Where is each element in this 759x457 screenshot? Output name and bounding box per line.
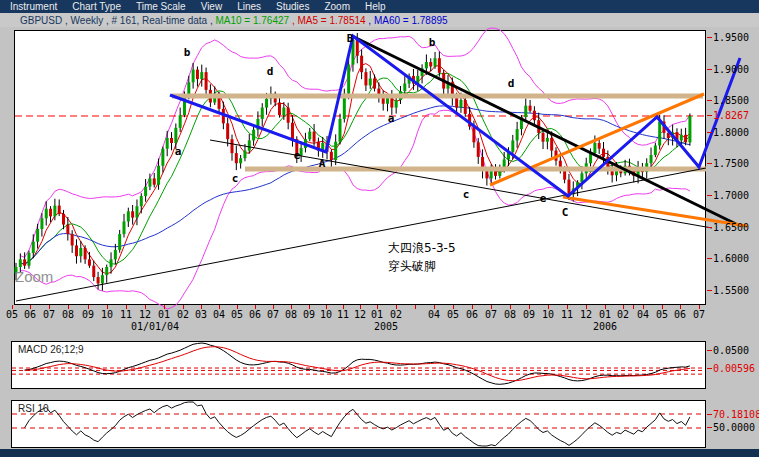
rsi-value-label: 70.18108 xyxy=(713,410,759,420)
price-tick xyxy=(707,115,712,116)
menu-item-zoom[interactable]: Zoom xyxy=(324,1,350,13)
price-label-1.6500: 1.6500 xyxy=(713,223,749,233)
month-label: 04 xyxy=(213,310,225,320)
zoom-watermark: Zoom xyxy=(15,268,53,285)
price-tick xyxy=(707,227,712,228)
month-label: 11 xyxy=(120,310,132,320)
price-label-1.8267: 1.8267 xyxy=(713,111,749,121)
month-label: 09 xyxy=(523,310,535,320)
month-label: 02 xyxy=(177,310,189,320)
time-tick xyxy=(633,305,634,309)
month-label: 04 xyxy=(428,310,440,320)
wave-label-A: A xyxy=(319,157,326,170)
menu-item-view[interactable]: View xyxy=(201,1,223,13)
month-label: 01 xyxy=(371,310,383,320)
price-tick xyxy=(707,100,712,101)
rsi-tick xyxy=(707,414,712,415)
year-label-2005: 2005 xyxy=(374,322,398,332)
month-label: 05 xyxy=(6,310,18,320)
price-label-1.9000: 1.9000 xyxy=(713,65,749,75)
rsi-tick xyxy=(707,427,712,428)
wave-label-c: c xyxy=(463,188,470,201)
month-label: 05 xyxy=(231,310,243,320)
price-label-1.7000: 1.7000 xyxy=(713,191,749,201)
menu-item-time-scale[interactable]: Time Scale xyxy=(136,1,186,13)
price-tick xyxy=(707,163,712,164)
price-label-1.6000: 1.6000 xyxy=(713,254,749,264)
month-label: 02 xyxy=(390,310,402,320)
annotation-0: 大四浪5-3-5 xyxy=(388,241,456,255)
month-label: 06 xyxy=(674,310,686,320)
month-label: 07 xyxy=(693,310,705,320)
price-label-1.8500: 1.8500 xyxy=(713,96,749,106)
wave-label-c: c xyxy=(232,172,239,185)
month-label: 06 xyxy=(249,310,261,320)
month-label: 06 xyxy=(466,310,478,320)
macd-value-label: 0.00596 xyxy=(713,364,755,374)
wave-label-a: a xyxy=(175,145,182,158)
menu-item-studies[interactable]: Studies xyxy=(276,1,309,13)
macd-panel xyxy=(11,341,706,389)
month-label: 08 xyxy=(285,310,297,320)
annotation-1: 穿头破脚 xyxy=(388,259,436,273)
month-label: 12 xyxy=(139,310,151,320)
wave-label-B: B xyxy=(347,32,354,45)
rsi-panel xyxy=(11,400,706,448)
month-label: 03 xyxy=(195,310,207,320)
time-tick xyxy=(415,305,416,309)
month-label: 11 xyxy=(561,310,573,320)
month-label: 01 xyxy=(158,310,170,320)
wave-label-C: C xyxy=(562,206,569,219)
menu-item-chart-type[interactable]: Chart Type xyxy=(72,1,121,13)
month-label: 09 xyxy=(303,310,315,320)
price-label-1.5500: 1.5500 xyxy=(713,286,749,296)
month-label: 02 xyxy=(617,310,629,320)
wave-label-e: e xyxy=(294,149,301,162)
price-label-1.7500: 1.7500 xyxy=(713,159,749,169)
month-label: 10 xyxy=(101,310,113,320)
menu-bar: InstrumentChart TypeTime ScaleViewLinesS… xyxy=(0,0,759,13)
main-price-chart: abcdeABabcdeC大四浪5-3-5穿头破脚 xyxy=(14,30,759,308)
month-label: 12 xyxy=(580,310,592,320)
price-tick xyxy=(707,195,712,196)
year-label-01/01/04: 01/01/04 xyxy=(131,322,179,332)
month-label: 05 xyxy=(656,310,668,320)
price-tick xyxy=(707,258,712,259)
rsi-label: RSI 10 xyxy=(18,403,49,414)
month-label: 04 xyxy=(637,310,649,320)
menu-item-help[interactable]: Help xyxy=(365,1,386,13)
menu-item-instrument[interactable]: Instrument xyxy=(10,1,57,13)
menu-item-lines[interactable]: Lines xyxy=(237,1,261,13)
month-label: 05 xyxy=(447,310,459,320)
window-bottom-edge xyxy=(0,449,759,457)
info-segment-1: MA10 = 1.76427 xyxy=(215,15,291,26)
month-label: 07 xyxy=(485,310,497,320)
price-tick xyxy=(707,132,712,133)
price-label-1.8000: 1.8000 xyxy=(713,128,749,138)
rsi-value-label: 50.0000 xyxy=(713,423,755,433)
month-label: 07 xyxy=(267,310,279,320)
month-label: 11 xyxy=(337,310,349,320)
price-tick xyxy=(707,69,712,70)
info-segment-3: , MA60 = 1.78895 xyxy=(368,15,447,26)
charting-app-window: InstrumentChart TypeTime ScaleViewLinesS… xyxy=(0,0,759,457)
price-label-1.9500: 1.9500 xyxy=(713,33,749,43)
wave-label-d: d xyxy=(267,65,274,78)
macd-label: MACD 26;12;9 xyxy=(18,344,84,355)
macd-tick xyxy=(707,368,712,369)
wave-label-a: a xyxy=(388,112,395,125)
month-label: 08 xyxy=(62,310,74,320)
wave-label-d: d xyxy=(508,77,515,90)
month-label: 07 xyxy=(43,310,55,320)
macd-value-label: 0.0500 xyxy=(713,346,749,356)
month-label: 10 xyxy=(320,310,332,320)
year-label-2006: 2006 xyxy=(593,322,617,332)
info-segment-0: GBPUSD , Weekly , # 161, Real-time data … xyxy=(20,15,215,26)
price-tick xyxy=(707,37,712,38)
month-label: 10 xyxy=(542,310,554,320)
wave-label-b: b xyxy=(184,46,191,59)
info-segment-2: , MA5 = 1.78514 xyxy=(292,15,368,26)
month-label: 08 xyxy=(504,310,516,320)
macd-tick xyxy=(707,350,712,351)
instrument-info-bar: GBPUSD , Weekly , # 161, Real-time data … xyxy=(0,13,759,27)
